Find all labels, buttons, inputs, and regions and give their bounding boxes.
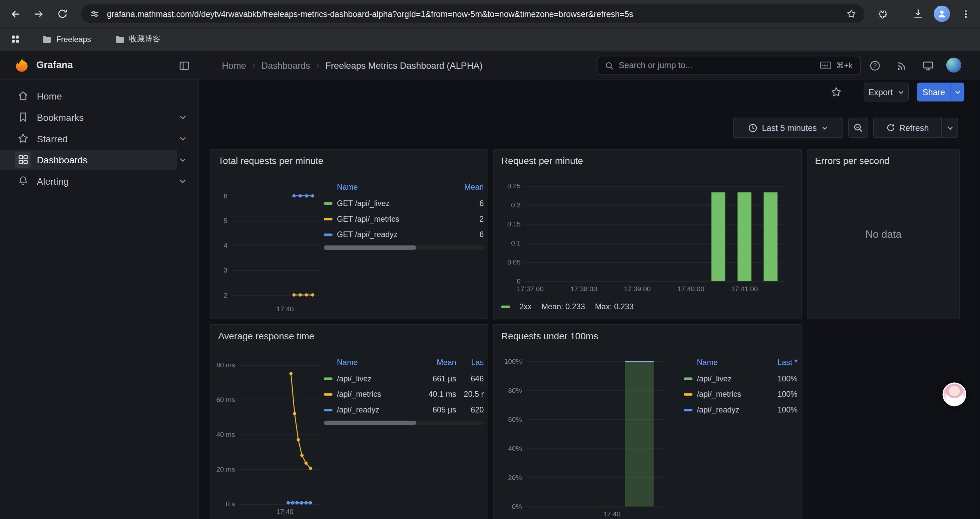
bookmark-star-icon[interactable] <box>844 7 858 21</box>
legend-scrollbar[interactable] <box>324 246 484 250</box>
series-color-swatch <box>684 409 692 411</box>
export-button[interactable]: Export <box>864 83 908 101</box>
svg-text:6: 6 <box>224 192 228 200</box>
series-color-swatch <box>324 202 332 204</box>
scrollbar-thumb[interactable] <box>324 246 417 250</box>
legend-header-last[interactable]: Last * <box>765 358 797 367</box>
svg-text:0.05: 0.05 <box>508 258 521 266</box>
share-dropdown-button[interactable] <box>951 83 964 101</box>
sidebar-nav: Home Bookmarks Starred <box>0 80 199 519</box>
svg-text:17:40:00: 17:40:00 <box>678 285 704 292</box>
sync-icon <box>886 123 895 132</box>
svg-text:0.2: 0.2 <box>511 201 521 209</box>
bookmarks-bar: Freeleaps 收藏博客 <box>0 27 980 51</box>
svg-text:17:40: 17:40 <box>603 510 621 517</box>
legend-row[interactable]: GET /api/_metrics 2 <box>324 211 484 227</box>
legend-row[interactable]: /api/_metrics 40.1 ms 20.5 r <box>324 386 484 402</box>
breadcrumb-separator: › <box>317 61 319 70</box>
series-name: 2xx <box>519 302 531 311</box>
avg-response-time-chart[interactable]: 80 ms60 ms40 ms20 ms0 s17:40 <box>215 350 326 519</box>
refresh-button[interactable]: Refresh <box>873 118 942 137</box>
svg-text:20%: 20% <box>508 474 522 481</box>
legend-scrollbar[interactable] <box>324 421 484 425</box>
refresh-interval-dropdown[interactable] <box>942 118 958 137</box>
monitor-icon[interactable] <box>921 59 935 72</box>
breadcrumb: Home › Dashboards › Freeleaps Metrics Da… <box>222 51 482 80</box>
floating-avatar[interactable] <box>943 382 966 406</box>
legend-row[interactable]: /api/_metrics 100% <box>684 386 797 402</box>
legend-row[interactable]: /api/_livez 100% <box>684 371 797 386</box>
legend-header-name[interactable]: Name <box>697 358 765 367</box>
back-button[interactable] <box>6 4 24 23</box>
zoom-out-button[interactable] <box>848 118 868 137</box>
legend-row[interactable]: GET /api/_readyz 6 <box>324 227 484 243</box>
sidebar-item-alerting[interactable]: Alerting <box>0 170 198 192</box>
forward-button[interactable] <box>29 4 48 23</box>
downloads-button[interactable] <box>908 4 927 23</box>
svg-text:0.25: 0.25 <box>508 182 521 190</box>
svg-text:17:38:00: 17:38:00 <box>570 285 597 292</box>
svg-text:20 ms: 20 ms <box>216 465 235 473</box>
legend-header-name[interactable]: Name <box>337 183 449 192</box>
site-settings-icon[interactable] <box>88 7 101 21</box>
url-bar[interactable]: grafana.mathmast.com/d/deytv4rwavabkb/fr… <box>81 4 865 23</box>
panel-title[interactable]: Average response time <box>218 331 315 341</box>
breadcrumb-home[interactable]: Home <box>222 61 246 70</box>
sidebar-item-starred[interactable]: Starred <box>0 128 198 149</box>
legend-header-last[interactable]: Las <box>456 358 484 367</box>
sidebar-item-home[interactable]: Home <box>0 85 198 107</box>
svg-text:17:37:00: 17:37:00 <box>517 285 543 292</box>
svg-text:?: ? <box>873 62 877 69</box>
browser-toolbar: grafana.mathmast.com/d/deytv4rwavabkb/fr… <box>0 0 980 27</box>
series-color-swatch <box>324 233 332 235</box>
legend-row[interactable]: /api/_readyz 100% <box>684 402 797 417</box>
folder-icon <box>42 34 52 44</box>
series-color-swatch <box>684 377 692 379</box>
legend[interactable]: 2xx Mean: 0.233 Max: 0.233 <box>501 302 634 311</box>
legend-row[interactable]: GET /api/_livez 6 <box>324 195 484 211</box>
breadcrumb-dashboards[interactable]: Dashboards <box>261 61 310 70</box>
total-requests-chart[interactable]: 6543217:40 <box>215 178 326 319</box>
grafana-logo[interactable] <box>14 57 30 73</box>
user-avatar[interactable] <box>946 57 961 72</box>
favorite-star-icon[interactable] <box>829 85 843 99</box>
panel-title[interactable]: Total requests per minute <box>218 155 323 166</box>
apps-grid-icon[interactable] <box>7 31 23 47</box>
bookmark-folder-freeleaps[interactable]: Freeleaps <box>37 32 96 47</box>
search-field[interactable] <box>619 61 815 70</box>
svg-text:40%: 40% <box>508 444 522 452</box>
search-icon <box>605 61 614 70</box>
time-range-picker[interactable]: Last 5 minutes <box>733 118 843 137</box>
help-icon[interactable]: ? <box>868 59 882 72</box>
reload-button[interactable] <box>53 4 72 23</box>
panel-title[interactable]: Request per minute <box>501 155 583 166</box>
legend-header-name[interactable]: Name <box>337 358 413 367</box>
search-input[interactable]: ⌘+k <box>597 56 861 75</box>
scrollbar-thumb[interactable] <box>324 421 417 425</box>
svg-text:3: 3 <box>224 266 228 274</box>
chevron-down-icon <box>179 134 187 142</box>
svg-text:5: 5 <box>224 217 228 224</box>
legend-row[interactable]: /api/_livez 661 µs 646 <box>324 371 484 386</box>
svg-text:0.1: 0.1 <box>511 239 521 247</box>
profile-avatar[interactable] <box>934 6 950 22</box>
news-rss-icon[interactable] <box>894 59 908 72</box>
requests-under-100ms-chart[interactable]: 100%80%60%40%20%0%17:40 <box>496 352 684 519</box>
sidebar-item-dashboards[interactable]: Dashboards <box>0 149 198 170</box>
extensions-icon[interactable] <box>873 4 892 23</box>
svg-text:0 s: 0 s <box>226 500 235 508</box>
bookmark-label: 收藏博客 <box>129 34 161 45</box>
sidebar-item-bookmarks[interactable]: Bookmarks <box>0 107 198 128</box>
chevron-down-icon <box>179 156 187 164</box>
dock-sidebar-icon[interactable] <box>177 59 191 72</box>
svg-text:80%: 80% <box>508 386 522 394</box>
legend-row[interactable]: /api/_readyz 605 µs 620 <box>324 402 484 417</box>
menu-kebab-icon[interactable] <box>956 4 975 23</box>
request-per-minute-chart[interactable]: 0.250.20.150.10.05017:37:0017:38:0017:39… <box>496 177 795 296</box>
legend-header-mean[interactable]: Mean <box>413 358 456 367</box>
share-button[interactable]: Share <box>917 83 951 101</box>
legend-header-mean[interactable]: Mean <box>449 183 484 192</box>
bookmark-folder-blogs[interactable]: 收藏博客 <box>110 31 165 47</box>
series-color-swatch <box>324 393 332 395</box>
panel-title[interactable]: Requests under 100ms <box>501 331 598 341</box>
